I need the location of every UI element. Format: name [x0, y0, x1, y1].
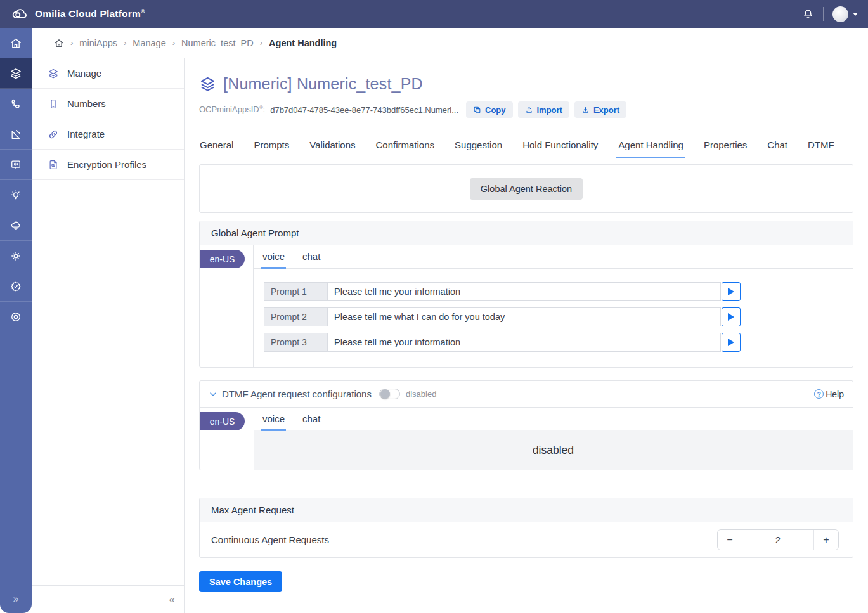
sidebar-item-encryption-profiles[interactable]: Encryption Profiles [32, 150, 184, 180]
sidebar-collapse-button[interactable]: « [32, 585, 184, 613]
tab-properties[interactable]: Properties [703, 137, 748, 158]
tab-suggestion[interactable]: Suggestion [454, 137, 503, 158]
save-changes-button[interactable]: Save Changes [199, 571, 282, 592]
tab-general[interactable]: General [199, 137, 234, 158]
tab-prompts[interactable]: Prompts [253, 137, 290, 158]
cloud-icon [10, 219, 22, 232]
app-id-value: d7b7d047-4785-43ee-8e77-743bdff65ec1.Num… [270, 105, 458, 115]
prompt-input-2[interactable] [327, 307, 721, 326]
sidebar-item-integrate[interactable]: Integrate [32, 119, 184, 150]
prompt-input-1[interactable] [327, 282, 721, 301]
tabs: GeneralPromptsValidationsConfirmationsSu… [199, 137, 853, 158]
stepper-value[interactable]: 2 [742, 530, 813, 550]
breadcrumb-app[interactable]: Numeric_test_PD [181, 38, 254, 48]
icon-rail: » [0, 28, 32, 613]
rail-cloud-services[interactable] [0, 210, 32, 241]
dtmf-toggle[interactable] [379, 389, 400, 399]
question-mark-icon: ? [814, 389, 824, 399]
locale-column: en-US [200, 245, 254, 367]
rail-announcements[interactable] [0, 150, 32, 180]
global-agent-prompt-card: Global Agent Prompt en-US voice chat Pro [199, 221, 853, 368]
home-icon [10, 37, 22, 49]
layers-icon [199, 75, 216, 93]
sidebar-item-label: Integrate [67, 129, 105, 139]
rail-spacer [0, 332, 32, 584]
header-divider [823, 7, 824, 21]
copy-button[interactable]: Copy [466, 101, 513, 118]
rail-numbers[interactable] [0, 89, 32, 119]
tab-hold-functionality[interactable]: Hold Functionality [522, 137, 599, 158]
prompt-list: Prompt 1Prompt 2Prompt 3 [254, 269, 741, 367]
rail-admin[interactable] [0, 241, 32, 271]
global-agent-reaction-button[interactable]: Global Agent Reaction [470, 178, 583, 200]
increment-button[interactable]: + [813, 530, 838, 550]
breadcrumb-separator: › [260, 38, 262, 48]
tab-voice[interactable]: voice [262, 251, 285, 268]
locale-badge[interactable]: en-US [200, 250, 245, 268]
play-button[interactable] [722, 333, 741, 352]
play-icon [728, 313, 734, 321]
rail-insights[interactable] [0, 180, 32, 210]
locale-badge[interactable]: en-US [200, 412, 245, 430]
play-icon [728, 339, 734, 346]
breadcrumb-manage[interactable]: Manage [133, 38, 165, 48]
continuous-agent-requests-label: Continuous Agent Requests [211, 534, 329, 545]
avatar[interactable] [832, 6, 848, 22]
dtmf-disabled-text: disabled [533, 444, 574, 457]
user-menu[interactable] [832, 6, 858, 22]
tab-confirmations[interactable]: Confirmations [375, 137, 436, 158]
prompt-label: Prompt 1 [264, 282, 327, 301]
play-icon [728, 288, 734, 295]
page-title: [Numeric] Numeric_test_PD [223, 75, 423, 93]
breadcrumb-miniapps[interactable]: miniApps [79, 38, 117, 48]
rail-support[interactable] [0, 302, 32, 332]
app-window: Omilia Cloud Platform® [0, 0, 868, 613]
prompt-input-3[interactable] [327, 333, 721, 352]
rail-home[interactable] [0, 28, 32, 58]
rail-expand-button[interactable]: » [0, 584, 32, 613]
voice-chat-tabs: voice chat [254, 408, 853, 430]
breadcrumb-home[interactable] [54, 38, 64, 48]
tab-voice[interactable]: voice [262, 413, 285, 430]
tab-chat[interactable]: Chat [767, 137, 788, 158]
dtmf-config-card: DTMF Agent request configurations disabl… [199, 380, 853, 470]
home-icon [54, 38, 64, 48]
play-button[interactable] [722, 307, 741, 326]
decrement-button[interactable]: − [718, 530, 742, 550]
link-icon [48, 129, 59, 140]
chevron-down-icon[interactable] [209, 390, 217, 399]
set-square-icon [10, 128, 22, 141]
tab-chat[interactable]: chat [302, 251, 320, 268]
tab-dtmf[interactable]: DTMF [807, 137, 835, 158]
tab-chat[interactable]: chat [302, 413, 320, 430]
cloud-logo-icon [10, 7, 29, 21]
rail-quality[interactable] [0, 271, 32, 302]
phone-icon [10, 98, 22, 110]
prompt-row: Prompt 3 [264, 333, 741, 352]
play-button[interactable] [722, 282, 741, 301]
rail-tools[interactable] [0, 119, 32, 150]
sidebar-item-numbers[interactable]: Numbers [32, 89, 184, 119]
bell-icon[interactable] [802, 8, 814, 20]
caret-down-icon[interactable] [853, 13, 858, 16]
rail-miniapps[interactable] [0, 58, 32, 89]
top-header: Omilia Cloud Platform® [0, 0, 868, 28]
app-id-label: OCPminiAppsID®: [199, 105, 265, 114]
tab-agent-handling[interactable]: Agent Handling [618, 137, 684, 158]
breadcrumb-separator: › [70, 38, 73, 48]
sidebar-item-label: Encryption Profiles [67, 159, 146, 170]
download-icon [581, 106, 590, 114]
global-agent-reaction-card: Global Agent Reaction [199, 164, 853, 213]
prompt-label: Prompt 3 [264, 333, 327, 352]
sidebar: Manage Numbers Integrate [32, 58, 185, 613]
brand-registered-mark: ® [141, 8, 145, 15]
help-button[interactable]: ? Help [814, 389, 844, 399]
import-button[interactable]: Import [518, 101, 569, 118]
brand-name: Omilia Cloud Platform® [35, 8, 145, 20]
sidebar-item-manage[interactable]: Manage [32, 58, 184, 89]
tab-validations[interactable]: Validations [309, 137, 356, 158]
breadcrumb-current: Agent Handling [269, 38, 337, 48]
lifebuoy-icon [10, 311, 22, 323]
export-button[interactable]: Export [574, 101, 626, 118]
chevrons-right-icon: » [13, 593, 19, 605]
